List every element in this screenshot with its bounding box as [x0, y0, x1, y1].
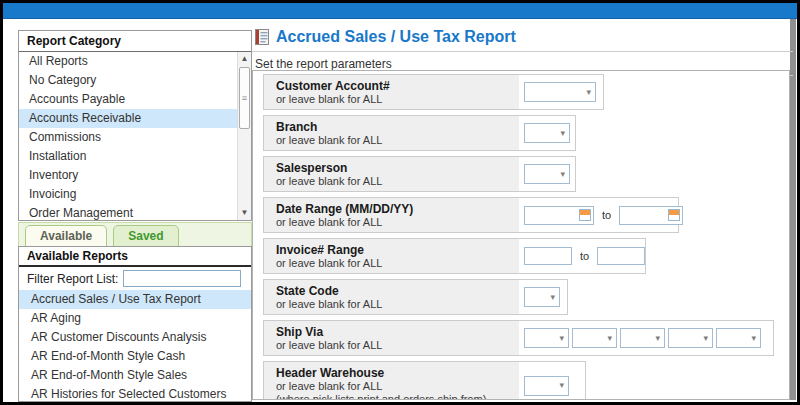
chevron-down-icon: ▾	[550, 293, 555, 302]
param-controls-branch: ▾	[519, 116, 575, 150]
param-label-ship-via: Ship Viaor leave blank for ALL	[264, 321, 519, 355]
invoice-range-input-to[interactable]	[597, 247, 645, 265]
param-controls-date-range-mm-dd-yy: to	[519, 198, 683, 232]
category-item-accounts-payable[interactable]: Accounts Payable	[19, 90, 237, 109]
param-title-header-warehouse: Header Warehouse	[276, 366, 519, 380]
scrollbar-grip-icon: ≡	[240, 68, 249, 128]
branch-select[interactable]: ▾	[524, 123, 570, 143]
param-title-invoice-range: Invoice# Range	[276, 243, 519, 257]
param-label-invoice-range: Invoice# Rangeor leave blank for ALL	[264, 239, 519, 273]
param-title-ship-via: Ship Via	[276, 325, 519, 339]
param-row-branch: Branchor leave blank for ALL▾	[263, 115, 576, 151]
param-row-customer-account: Customer Account#or leave blank for ALL▾	[263, 74, 604, 110]
range-separator-label: to	[598, 209, 615, 221]
param-title-date-range-mm-dd-yy: Date Range (MM/DD/YY)	[276, 202, 519, 216]
chevron-down-icon: ▾	[560, 129, 565, 138]
header-warehouse-select[interactable]: ▾	[524, 376, 569, 396]
param-note-salesperson: or leave blank for ALL	[276, 175, 519, 188]
tab-saved[interactable]: Saved	[113, 225, 178, 248]
report-document-icon	[255, 29, 269, 45]
main-header: Accrued Sales / Use Tax Report Set the r…	[252, 25, 793, 76]
invoice-range-input-from[interactable]	[524, 247, 572, 265]
ship-via-select-3[interactable]: ▾	[620, 328, 665, 348]
param-title-branch: Branch	[276, 120, 519, 134]
calendar-icon[interactable]	[668, 209, 680, 221]
date-range-mm-dd-yy-date-input-to[interactable]	[619, 206, 683, 225]
param-title-salesperson: Salesperson	[276, 161, 519, 175]
param-label-date-range-mm-dd-yy: Date Range (MM/DD/YY)or leave blank for …	[264, 198, 519, 232]
param-note-customer-account: or leave blank for ALL	[276, 93, 519, 106]
main-title-row: Accrued Sales / Use Tax Report	[252, 25, 793, 52]
report-category-panel: Report Category All ReportsNo CategoryAc…	[18, 30, 252, 221]
param-controls-ship-via: ▾▾▾▾▾	[519, 321, 773, 355]
scroll-down-icon[interactable]: ▼	[238, 207, 251, 219]
category-item-inventory[interactable]: Inventory	[19, 166, 237, 185]
category-item-installation[interactable]: Installation	[19, 147, 237, 166]
param-controls-header-warehouse: ▾	[519, 362, 585, 400]
report-item-ar-end-of-month-style-sales[interactable]: AR End-of-Month Style Sales	[19, 366, 251, 385]
salesperson-select[interactable]: ▾	[524, 164, 570, 184]
report-item-ar-customer-discounts-analysis[interactable]: AR Customer Discounts Analysis	[19, 328, 251, 347]
report-parameters-container: Customer Account#or leave blank for ALL▾…	[252, 70, 790, 400]
content-frame: Report Category All ReportsNo CategoryAc…	[3, 3, 797, 402]
available-reports-title: Available Reports	[19, 247, 251, 267]
param-label-state-code: State Codeor leave blank for ALL	[264, 280, 519, 314]
param-row-ship-via: Ship Viaor leave blank for ALL▾▾▾▾▾	[263, 320, 774, 356]
window-scrollbar-gutter	[790, 19, 796, 400]
category-item-accounts-receivable[interactable]: Accounts Receivable	[19, 109, 237, 128]
customer-account-select[interactable]: ▾	[524, 82, 596, 102]
param-row-state-code: State Codeor leave blank for ALL▾	[263, 279, 568, 315]
param-note-state-code: or leave blank for ALL	[276, 298, 519, 311]
ship-via-select-2[interactable]: ▾	[572, 328, 617, 348]
param-note2-header-warehouse: (where pick lists print and orders ship …	[276, 393, 519, 400]
param-note-invoice-range: or leave blank for ALL	[276, 257, 519, 270]
report-list: Accrued Sales / Use Tax ReportAR AgingAR…	[19, 290, 251, 402]
param-label-salesperson: Salespersonor leave blank for ALL	[264, 157, 519, 191]
filter-report-list-label: Filter Report List:	[27, 272, 118, 286]
date-range-mm-dd-yy-date-input-from[interactable]	[524, 206, 594, 225]
param-controls-state-code: ▾	[519, 280, 567, 314]
category-item-order-management[interactable]: Order Management	[19, 204, 237, 220]
param-label-customer-account: Customer Account#or leave blank for ALL	[264, 75, 519, 109]
filter-report-input[interactable]	[123, 270, 241, 287]
param-row-date-range-mm-dd-yy: Date Range (MM/DD/YY)or leave blank for …	[263, 197, 679, 233]
category-item-commissions[interactable]: Commissions	[19, 128, 237, 147]
category-item-no-category[interactable]: No Category	[19, 71, 237, 90]
page-title: Accrued Sales / Use Tax Report	[276, 28, 516, 46]
filter-row: Filter Report List:	[19, 267, 251, 290]
param-label-branch: Branchor leave blank for ALL	[264, 116, 519, 150]
chevron-down-icon: ▾	[751, 334, 756, 343]
chevron-down-icon: ▾	[655, 334, 660, 343]
param-label-header-warehouse: Header Warehouseor leave blank for ALL(w…	[264, 362, 519, 400]
chevron-down-icon: ▾	[560, 170, 565, 179]
report-item-accrued-sales-use-tax-report[interactable]: Accrued Sales / Use Tax Report	[19, 290, 251, 309]
tab-available[interactable]: Available	[25, 225, 107, 248]
param-row-salesperson: Salespersonor leave blank for ALL▾	[263, 156, 576, 192]
ship-via-select-1[interactable]: ▾	[524, 328, 569, 348]
calendar-icon[interactable]	[579, 209, 591, 221]
ship-via-select-4[interactable]: ▾	[668, 328, 713, 348]
chevron-down-icon: ▾	[559, 334, 564, 343]
scrollbar-thumb[interactable]: ≡	[239, 67, 250, 129]
report-item-ar-histories-for-selected-customers[interactable]: AR Histories for Selected Customers	[19, 385, 251, 402]
state-code-select[interactable]: ▾	[524, 287, 560, 307]
reports-tab-bar: AvailableSaved	[18, 222, 252, 246]
chevron-down-icon: ▾	[586, 88, 591, 97]
param-note-branch: or leave blank for ALL	[276, 134, 519, 147]
report-item-ar-aging[interactable]: AR Aging	[19, 309, 251, 328]
param-controls-salesperson: ▾	[519, 157, 575, 191]
chevron-down-icon: ▾	[559, 381, 564, 390]
param-note-header-warehouse: or leave blank for ALL	[276, 380, 519, 393]
report-item-ar-end-of-month-style-cash[interactable]: AR End-of-Month Style Cash	[19, 347, 251, 366]
available-reports-panel: Available Reports Filter Report List: Ac…	[18, 246, 252, 402]
category-item-all-reports[interactable]: All Reports	[19, 52, 237, 71]
param-note-date-range-mm-dd-yy: or leave blank for ALL	[276, 216, 519, 229]
report-category-list: All ReportsNo CategoryAccounts PayableAc…	[19, 52, 237, 220]
range-separator-label: to	[576, 250, 593, 262]
scroll-up-icon[interactable]: ▲	[238, 53, 251, 65]
report-category-title: Report Category	[19, 31, 251, 52]
ship-via-select-5[interactable]: ▾	[716, 328, 761, 348]
param-title-state-code: State Code	[276, 284, 519, 298]
category-scrollbar[interactable]: ▲ ≡ ▼	[237, 52, 251, 220]
category-item-invoicing[interactable]: Invoicing	[19, 185, 237, 204]
